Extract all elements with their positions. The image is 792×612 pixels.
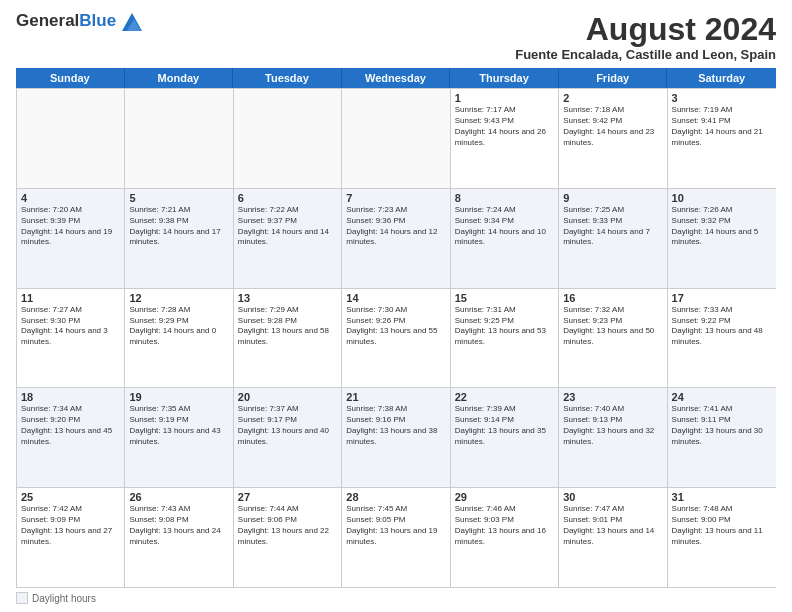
day-number: 12 bbox=[129, 292, 228, 304]
day-info: Sunrise: 7:29 AMSunset: 9:28 PMDaylight:… bbox=[238, 305, 337, 348]
day-info: Sunrise: 7:34 AMSunset: 9:20 PMDaylight:… bbox=[21, 404, 120, 447]
day-info: Sunrise: 7:21 AMSunset: 9:38 PMDaylight:… bbox=[129, 205, 228, 248]
logo-icon bbox=[122, 13, 142, 31]
day-number: 13 bbox=[238, 292, 337, 304]
day-cell-14: 14Sunrise: 7:30 AMSunset: 9:26 PMDayligh… bbox=[342, 289, 450, 388]
day-number: 7 bbox=[346, 192, 445, 204]
day-number: 28 bbox=[346, 491, 445, 503]
logo: GeneralBlue bbox=[16, 12, 142, 31]
day-info: Sunrise: 7:42 AMSunset: 9:09 PMDaylight:… bbox=[21, 504, 120, 547]
day-cell-4: 4Sunrise: 7:20 AMSunset: 9:39 PMDaylight… bbox=[17, 189, 125, 288]
day-info: Sunrise: 7:43 AMSunset: 9:08 PMDaylight:… bbox=[129, 504, 228, 547]
day-number: 17 bbox=[672, 292, 772, 304]
day-number: 6 bbox=[238, 192, 337, 204]
day-number: 31 bbox=[672, 491, 772, 503]
day-info: Sunrise: 7:30 AMSunset: 9:26 PMDaylight:… bbox=[346, 305, 445, 348]
calendar-header: SundayMondayTuesdayWednesdayThursdayFrid… bbox=[16, 68, 776, 88]
day-info: Sunrise: 7:31 AMSunset: 9:25 PMDaylight:… bbox=[455, 305, 554, 348]
day-cell-17: 17Sunrise: 7:33 AMSunset: 9:22 PMDayligh… bbox=[668, 289, 776, 388]
day-info: Sunrise: 7:48 AMSunset: 9:00 PMDaylight:… bbox=[672, 504, 772, 547]
day-cell-22: 22Sunrise: 7:39 AMSunset: 9:14 PMDayligh… bbox=[451, 388, 559, 487]
day-cell-29: 29Sunrise: 7:46 AMSunset: 9:03 PMDayligh… bbox=[451, 488, 559, 587]
location: Fuente Encalada, Castille and Leon, Spai… bbox=[515, 47, 776, 62]
day-number: 23 bbox=[563, 391, 662, 403]
day-info: Sunrise: 7:46 AMSunset: 9:03 PMDaylight:… bbox=[455, 504, 554, 547]
logo-text: GeneralBlue bbox=[16, 12, 142, 31]
header-day-saturday: Saturday bbox=[667, 68, 776, 88]
day-number: 24 bbox=[672, 391, 772, 403]
day-cell-6: 6Sunrise: 7:22 AMSunset: 9:37 PMDaylight… bbox=[234, 189, 342, 288]
day-number: 2 bbox=[563, 92, 662, 104]
day-cell-5: 5Sunrise: 7:21 AMSunset: 9:38 PMDaylight… bbox=[125, 189, 233, 288]
header-day-tuesday: Tuesday bbox=[233, 68, 342, 88]
logo-general: General bbox=[16, 11, 79, 30]
day-info: Sunrise: 7:32 AMSunset: 9:23 PMDaylight:… bbox=[563, 305, 662, 348]
day-info: Sunrise: 7:39 AMSunset: 9:14 PMDaylight:… bbox=[455, 404, 554, 447]
empty-cell bbox=[342, 89, 450, 188]
day-cell-9: 9Sunrise: 7:25 AMSunset: 9:33 PMDaylight… bbox=[559, 189, 667, 288]
day-number: 26 bbox=[129, 491, 228, 503]
day-info: Sunrise: 7:38 AMSunset: 9:16 PMDaylight:… bbox=[346, 404, 445, 447]
day-info: Sunrise: 7:37 AMSunset: 9:17 PMDaylight:… bbox=[238, 404, 337, 447]
page: GeneralBlue August 2024 Fuente Encalada,… bbox=[0, 0, 792, 612]
title-block: August 2024 Fuente Encalada, Castille an… bbox=[515, 12, 776, 62]
day-cell-2: 2Sunrise: 7:18 AMSunset: 9:42 PMDaylight… bbox=[559, 89, 667, 188]
day-info: Sunrise: 7:27 AMSunset: 9:30 PMDaylight:… bbox=[21, 305, 120, 348]
day-number: 15 bbox=[455, 292, 554, 304]
day-info: Sunrise: 7:33 AMSunset: 9:22 PMDaylight:… bbox=[672, 305, 772, 348]
day-info: Sunrise: 7:35 AMSunset: 9:19 PMDaylight:… bbox=[129, 404, 228, 447]
day-info: Sunrise: 7:25 AMSunset: 9:33 PMDaylight:… bbox=[563, 205, 662, 248]
day-cell-12: 12Sunrise: 7:28 AMSunset: 9:29 PMDayligh… bbox=[125, 289, 233, 388]
day-cell-16: 16Sunrise: 7:32 AMSunset: 9:23 PMDayligh… bbox=[559, 289, 667, 388]
day-info: Sunrise: 7:40 AMSunset: 9:13 PMDaylight:… bbox=[563, 404, 662, 447]
day-cell-20: 20Sunrise: 7:37 AMSunset: 9:17 PMDayligh… bbox=[234, 388, 342, 487]
day-cell-23: 23Sunrise: 7:40 AMSunset: 9:13 PMDayligh… bbox=[559, 388, 667, 487]
day-info: Sunrise: 7:23 AMSunset: 9:36 PMDaylight:… bbox=[346, 205, 445, 248]
day-cell-21: 21Sunrise: 7:38 AMSunset: 9:16 PMDayligh… bbox=[342, 388, 450, 487]
day-number: 3 bbox=[672, 92, 772, 104]
cal-row-1: 1Sunrise: 7:17 AMSunset: 9:43 PMDaylight… bbox=[17, 89, 776, 189]
day-number: 25 bbox=[21, 491, 120, 503]
day-cell-18: 18Sunrise: 7:34 AMSunset: 9:20 PMDayligh… bbox=[17, 388, 125, 487]
day-number: 11 bbox=[21, 292, 120, 304]
month-year: August 2024 bbox=[515, 12, 776, 47]
calendar: SundayMondayTuesdayWednesdayThursdayFrid… bbox=[16, 68, 776, 588]
legend: Daylight hours bbox=[16, 592, 96, 604]
day-cell-25: 25Sunrise: 7:42 AMSunset: 9:09 PMDayligh… bbox=[17, 488, 125, 587]
empty-cell bbox=[17, 89, 125, 188]
day-number: 30 bbox=[563, 491, 662, 503]
day-number: 22 bbox=[455, 391, 554, 403]
day-cell-19: 19Sunrise: 7:35 AMSunset: 9:19 PMDayligh… bbox=[125, 388, 233, 487]
day-cell-15: 15Sunrise: 7:31 AMSunset: 9:25 PMDayligh… bbox=[451, 289, 559, 388]
day-info: Sunrise: 7:18 AMSunset: 9:42 PMDaylight:… bbox=[563, 105, 662, 148]
day-info: Sunrise: 7:28 AMSunset: 9:29 PMDaylight:… bbox=[129, 305, 228, 348]
day-number: 29 bbox=[455, 491, 554, 503]
day-number: 8 bbox=[455, 192, 554, 204]
day-info: Sunrise: 7:19 AMSunset: 9:41 PMDaylight:… bbox=[672, 105, 772, 148]
day-cell-28: 28Sunrise: 7:45 AMSunset: 9:05 PMDayligh… bbox=[342, 488, 450, 587]
day-cell-7: 7Sunrise: 7:23 AMSunset: 9:36 PMDaylight… bbox=[342, 189, 450, 288]
header-day-friday: Friday bbox=[559, 68, 668, 88]
day-cell-30: 30Sunrise: 7:47 AMSunset: 9:01 PMDayligh… bbox=[559, 488, 667, 587]
day-cell-27: 27Sunrise: 7:44 AMSunset: 9:06 PMDayligh… bbox=[234, 488, 342, 587]
day-number: 27 bbox=[238, 491, 337, 503]
header-day-thursday: Thursday bbox=[450, 68, 559, 88]
footer: Daylight hours bbox=[16, 592, 776, 604]
day-cell-26: 26Sunrise: 7:43 AMSunset: 9:08 PMDayligh… bbox=[125, 488, 233, 587]
day-info: Sunrise: 7:22 AMSunset: 9:37 PMDaylight:… bbox=[238, 205, 337, 248]
logo-blue: Blue bbox=[79, 11, 116, 30]
header: GeneralBlue August 2024 Fuente Encalada,… bbox=[16, 12, 776, 62]
day-number: 20 bbox=[238, 391, 337, 403]
day-cell-31: 31Sunrise: 7:48 AMSunset: 9:00 PMDayligh… bbox=[668, 488, 776, 587]
day-number: 19 bbox=[129, 391, 228, 403]
cal-row-5: 25Sunrise: 7:42 AMSunset: 9:09 PMDayligh… bbox=[17, 488, 776, 588]
empty-cell bbox=[234, 89, 342, 188]
day-info: Sunrise: 7:26 AMSunset: 9:32 PMDaylight:… bbox=[672, 205, 772, 248]
day-number: 21 bbox=[346, 391, 445, 403]
day-info: Sunrise: 7:20 AMSunset: 9:39 PMDaylight:… bbox=[21, 205, 120, 248]
empty-cell bbox=[125, 89, 233, 188]
day-number: 4 bbox=[21, 192, 120, 204]
day-cell-3: 3Sunrise: 7:19 AMSunset: 9:41 PMDaylight… bbox=[668, 89, 776, 188]
day-number: 1 bbox=[455, 92, 554, 104]
day-cell-8: 8Sunrise: 7:24 AMSunset: 9:34 PMDaylight… bbox=[451, 189, 559, 288]
